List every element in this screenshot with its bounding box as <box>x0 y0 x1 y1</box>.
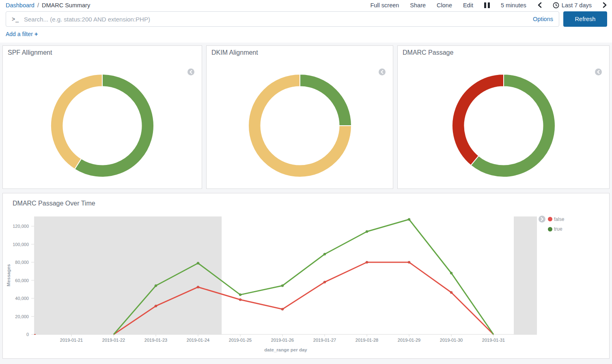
legend-item-false[interactable]: false <box>548 216 564 222</box>
edit-button[interactable]: Edit <box>463 2 473 9</box>
legend-item-true[interactable]: true <box>548 226 562 232</box>
refresh-interval-button[interactable]: 5 minutes <box>501 2 526 9</box>
svg-text:2019-01-21: 2019-01-21 <box>60 338 83 343</box>
svg-text:20,000: 20,000 <box>15 314 29 319</box>
search-prompt-icon: >_ <box>12 16 19 22</box>
panel-dkim-alignment: DKIM Alignment <box>206 45 393 189</box>
svg-text:2019-01-23: 2019-01-23 <box>144 338 167 343</box>
panel-dmarc-passage: DMARC Passage <box>397 45 610 189</box>
panel-title-spf: SPF Allignment <box>3 46 202 56</box>
dkim-alignment-donut-chart[interactable] <box>247 73 353 178</box>
legend-collapse-icon[interactable] <box>379 69 386 75</box>
svg-text:2019-01-28: 2019-01-28 <box>356 338 378 343</box>
dmarc-over-time-line-chart[interactable]: 020,00040,00060,00080,000100,000120,0002… <box>3 193 609 358</box>
time-range-label: Last 7 days <box>562 2 592 9</box>
breadcrumb-dashboard-link[interactable]: Dashboard <box>6 2 34 9</box>
share-button[interactable]: Share <box>410 2 426 9</box>
panel-dmarc-over-time: 020,00040,00060,00080,000100,000120,0002… <box>2 193 610 359</box>
chart-legend: false true <box>539 216 564 236</box>
svg-text:2019-01-25: 2019-01-25 <box>229 338 252 343</box>
panel-spf-alignment: SPF Allignment <box>2 45 202 189</box>
svg-text:2019-01-22: 2019-01-22 <box>102 338 125 343</box>
breadcrumb-separator: / <box>37 2 39 9</box>
panel-title-dmarc: DMARC Passage <box>398 46 609 56</box>
panel-title-dkim: DKIM Alignment <box>207 46 393 56</box>
search-input[interactable] <box>24 16 528 23</box>
filter-bar: Add a filter + <box>0 27 612 42</box>
dashboard-menu: Full screen Share Clone Edit 5 minutes L… <box>370 2 607 9</box>
add-filter-link[interactable]: Add a filter + <box>6 31 38 37</box>
svg-text:2019-01-31: 2019-01-31 <box>482 338 505 343</box>
legend-dot-true <box>548 227 552 231</box>
legend-collapse-icon[interactable] <box>595 69 602 75</box>
kibana-dashboard-page: Dashboard / DMARC Summary Full screen Sh… <box>0 0 612 361</box>
legend-collapse-icon[interactable] <box>187 69 194 75</box>
breadcrumb-row: Dashboard / DMARC Summary Full screen Sh… <box>0 0 612 10</box>
dmarc-passage-donut-chart[interactable] <box>451 73 556 178</box>
svg-text:2019-01-24: 2019-01-24 <box>187 338 209 343</box>
svg-text:2019-01-26: 2019-01-26 <box>271 338 294 343</box>
top-bar: Dashboard / DMARC Summary Full screen Sh… <box>0 0 612 43</box>
clone-button[interactable]: Clone <box>437 2 452 9</box>
legend-dot-false <box>548 217 552 221</box>
svg-text:40,000: 40,000 <box>15 296 29 301</box>
svg-text:2019-01-27: 2019-01-27 <box>313 338 336 343</box>
page-title: DMARC Summary <box>42 2 90 9</box>
pause-icon[interactable] <box>484 2 490 8</box>
search-bar: >_ Options <box>6 11 559 27</box>
spf-alignment-donut-chart[interactable] <box>50 73 155 178</box>
fullscreen-button[interactable]: Full screen <box>370 2 399 9</box>
svg-text:2019-01-29: 2019-01-29 <box>398 338 420 343</box>
time-back-button[interactable] <box>537 2 542 8</box>
svg-text:120,000: 120,000 <box>13 224 29 229</box>
plus-icon: + <box>34 30 38 37</box>
svg-text:80,000: 80,000 <box>15 260 29 265</box>
clock-icon <box>553 2 559 9</box>
svg-text:60,000: 60,000 <box>15 278 29 283</box>
panel-title-over-time: DMARC Passage Over Time <box>8 197 95 207</box>
refresh-button[interactable]: Refresh <box>563 11 607 27</box>
dashboard-grid: SPF Allignment DKIM Alignment DMARC Pass… <box>0 43 612 361</box>
search-row: >_ Options Refresh <box>0 10 612 27</box>
svg-text:0: 0 <box>26 332 29 337</box>
time-forward-button[interactable] <box>603 2 607 8</box>
svg-text:date_range per day: date_range per day <box>264 347 307 352</box>
svg-text:2019-01-30: 2019-01-30 <box>440 338 463 343</box>
donut-panels-row: SPF Allignment DKIM Alignment DMARC Pass… <box>2 45 610 189</box>
legend-label-true: true <box>554 226 562 232</box>
svg-text:Messages: Messages <box>6 264 11 287</box>
svg-text:100,000: 100,000 <box>13 242 29 247</box>
time-range-button[interactable]: Last 7 days <box>553 2 592 9</box>
legend-label-false: false <box>554 216 564 222</box>
add-filter-label: Add a filter <box>6 31 33 37</box>
breadcrumb: Dashboard / DMARC Summary <box>6 2 90 9</box>
options-link[interactable]: Options <box>528 16 553 22</box>
legend-expand-icon[interactable] <box>539 216 545 223</box>
